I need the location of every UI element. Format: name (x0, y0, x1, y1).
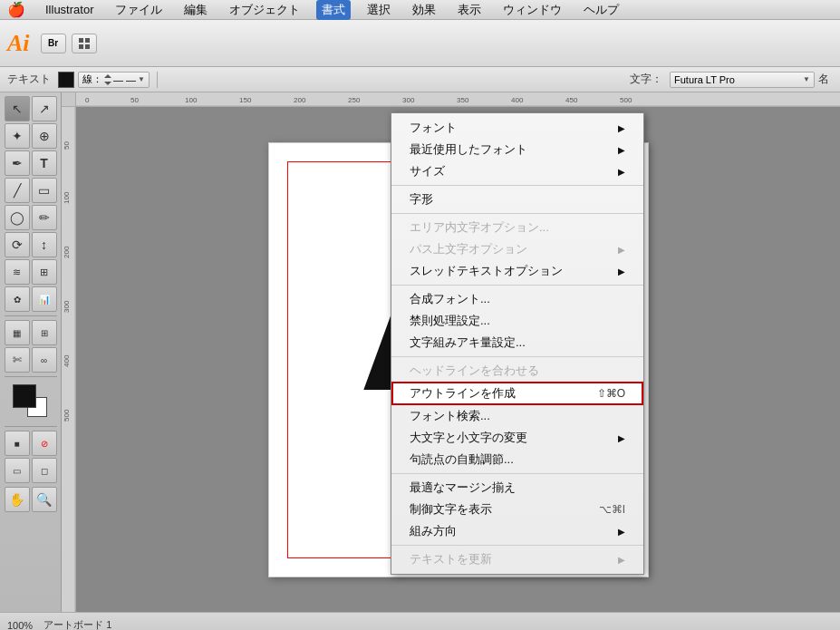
mac-menubar: 🍎 Illustrator ファイル 編集 オブジェクト 書式 選択 効果 表示… (0, 0, 840, 20)
menu-update-text[interactable]: テキストを更新 (391, 548, 643, 570)
tool-separator-2 (5, 376, 57, 377)
svg-marker-5 (104, 82, 111, 85)
free-transform-tool[interactable]: ⊞ (32, 259, 57, 285)
ruler-corner (62, 92, 76, 107)
menu-recent-font[interactable]: 最近使用したフォント (391, 139, 643, 160)
stroke-color-swatch[interactable] (58, 72, 74, 88)
stroke-tool[interactable]: ⊘ (32, 431, 57, 456)
menu-type[interactable]: 書式 (316, 0, 351, 20)
ellipse-tool[interactable]: ◯ (5, 205, 30, 230)
menu-font[interactable]: フォント (391, 117, 643, 139)
svg-text:300: 300 (402, 96, 415, 104)
line-tool[interactable]: ╱ (5, 178, 30, 203)
apple-menu[interactable]: 🍎 (7, 1, 25, 18)
font-dropdown[interactable]: Futura LT Pro ▼ (670, 72, 815, 88)
mesh-tool[interactable]: ⊞ (32, 320, 57, 345)
menu-divider-5 (391, 473, 643, 474)
menu-select[interactable]: 選択 (362, 0, 396, 20)
text-label: テキスト (7, 72, 51, 87)
rotate-tool[interactable]: ⟳ (5, 232, 30, 257)
svg-rect-3 (85, 44, 90, 49)
menu-optical-margin[interactable]: 最適なマージン揃え (391, 477, 643, 499)
tool-row-6: ⟳ ↕ (5, 232, 57, 257)
type-tool[interactable]: T (32, 150, 57, 176)
fill-tool[interactable]: ■ (5, 431, 30, 456)
svg-rect-0 (79, 38, 83, 43)
pencil-tool[interactable]: ✏ (32, 205, 57, 230)
screen-mode-full[interactable]: ◻ (32, 458, 57, 483)
zoom-level: 100% (7, 620, 33, 631)
tool-separator-3 (5, 426, 57, 427)
svg-text:50: 50 (130, 96, 139, 104)
menu-fit-headline[interactable]: ヘッドラインを合わせる (391, 360, 643, 382)
menu-create-outlines[interactable]: アウトラインを作成 ⇧⌘O (391, 382, 643, 405)
menu-effect[interactable]: 効果 (407, 0, 441, 20)
menu-path-type[interactable]: パス上文字オプション (391, 238, 643, 260)
menu-view[interactable]: 表示 (452, 0, 487, 20)
menu-illustrator[interactable]: Illustrator (40, 1, 99, 18)
menu-divider-6 (391, 545, 643, 546)
menu-object[interactable]: オブジェクト (224, 0, 305, 20)
char-panel-title: 名 (818, 72, 829, 87)
menu-divider-3 (391, 285, 643, 286)
svg-text:350: 350 (457, 96, 469, 104)
scale-tool[interactable]: ↕ (32, 232, 57, 257)
menu-composite-font[interactable]: 合成フォント... (391, 288, 643, 310)
svg-text:200: 200 (294, 96, 306, 104)
direct-select-tool[interactable]: ↗ (32, 96, 57, 121)
lasso-tool[interactable]: ⊕ (32, 123, 57, 149)
blend-tool[interactable]: ∞ (32, 347, 57, 373)
graph-tool[interactable]: 📊 (32, 286, 57, 312)
svg-text:200: 200 (63, 246, 71, 258)
svg-rect-1 (85, 38, 90, 43)
select-tool[interactable]: ↖ (5, 96, 30, 121)
menu-help[interactable]: ヘルプ (578, 0, 624, 20)
gradient-tool[interactable]: ▦ (5, 320, 30, 345)
hand-tool[interactable]: ✋ (5, 487, 30, 512)
menu-thread-text[interactable]: スレッドテキストオプション (391, 260, 643, 282)
svg-text:50: 50 (63, 141, 71, 150)
tool-row-10: ✄ ∞ (5, 347, 57, 373)
menu-edit[interactable]: 編集 (179, 0, 213, 20)
menu-window[interactable]: ウィンドウ (497, 0, 567, 20)
svg-text:0: 0 (85, 96, 90, 104)
svg-rect-2 (79, 44, 83, 49)
menu-type-orientation[interactable]: 組み方向 (391, 520, 643, 542)
svg-text:250: 250 (348, 96, 361, 104)
menu-change-case[interactable]: 大文字と小文字の変更 (391, 427, 643, 449)
screen-mode-normal[interactable]: ▭ (5, 458, 30, 483)
tool-row-3: ✒ T (5, 150, 57, 176)
zoom-tool[interactable]: 🔍 (32, 487, 57, 512)
menu-file[interactable]: ファイル (110, 0, 168, 20)
magic-wand-tool[interactable]: ✦ (5, 123, 30, 149)
warp-tool[interactable]: ≋ (5, 259, 30, 285)
stroke-dropdown[interactable]: 線： — — ▼ (78, 72, 150, 88)
menu-smart-punctuation[interactable]: 句読点の自動調節... (391, 449, 643, 470)
svg-text:400: 400 (511, 96, 524, 104)
tool-row-view: ▭ ◻ (5, 458, 57, 483)
menu-mojikumi[interactable]: 文字組みアキ量設定... (391, 332, 643, 354)
menu-area-type[interactable]: エリア内文字オプション... (391, 217, 643, 238)
rect-tool[interactable]: ▭ (32, 178, 57, 203)
menu-find-font[interactable]: フォント検索... (391, 405, 643, 427)
grid-btn[interactable] (72, 34, 97, 53)
color-boxes (13, 384, 49, 419)
pen-tool[interactable]: ✒ (5, 150, 30, 176)
menu-kinsoku[interactable]: 禁則処理設定... (391, 310, 643, 332)
eyedropper-tool[interactable]: ✄ (5, 347, 30, 373)
tool-row-8: ✿ 📊 (5, 286, 57, 312)
tool-row-bottom: ■ ⊘ (5, 431, 57, 456)
svg-text:300: 300 (63, 300, 71, 313)
svg-text:100: 100 (63, 191, 71, 204)
foreground-color[interactable] (13, 384, 36, 408)
menu-size[interactable]: サイズ (391, 160, 643, 182)
menu-divider-2 (391, 213, 643, 214)
toolbar-separator (157, 72, 158, 88)
menu-divider-4 (391, 356, 643, 357)
bridge-btn[interactable]: Br (41, 34, 66, 53)
svg-text:500: 500 (63, 409, 71, 422)
svg-text:450: 450 (565, 96, 578, 104)
symbol-tool[interactable]: ✿ (5, 286, 30, 312)
menu-glyphs[interactable]: 字形 (391, 189, 643, 210)
menu-show-hidden-chars[interactable]: 制御文字を表示 ⌥⌘I (391, 499, 643, 520)
